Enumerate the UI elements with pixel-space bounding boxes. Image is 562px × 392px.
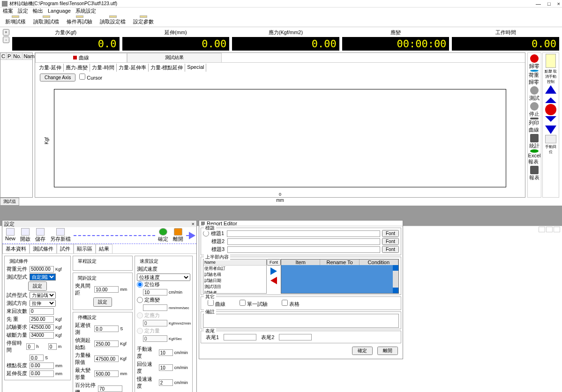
tab-results[interactable]: 測試結果 (127, 53, 222, 62)
subtab-2[interactable]: 力量-時間 (90, 64, 117, 72)
remove-field-button[interactable] (270, 277, 277, 284)
ro-strain-label: 應變 (342, 29, 450, 37)
title3-input[interactable] (227, 246, 380, 253)
tb-retest[interactable]: 條件再試驗 (63, 15, 96, 26)
menu-settings[interactable]: 設定 (18, 7, 28, 15)
dlg1-save[interactable]: 儲存 (33, 228, 47, 243)
load-zero-button[interactable]: 荷重歸零 (529, 70, 540, 86)
subtab-5[interactable]: Special (185, 64, 206, 72)
dlg1-tab-3[interactable]: 顯示區 (74, 244, 96, 253)
req-input[interactable] (30, 324, 54, 331)
dlg1-saveas[interactable]: 另存新檔 (48, 228, 73, 243)
ro-ext-value: 0.00 (122, 37, 230, 51)
jog-down-fast-button[interactable] (545, 116, 556, 122)
app-icon (2, 1, 7, 7)
close-button[interactable]: × (557, 1, 560, 7)
dlg1-ok[interactable]: 確定 (156, 228, 170, 243)
ro-force-label: 力量(Kgf) (12, 29, 120, 37)
add-field-button[interactable] (270, 267, 277, 275)
settings-dialog: 設定× New 開啟 儲存 另存新檔 確定 離開 基本資料 測試條件 試件 顯示… (2, 220, 197, 392)
dlg1-tab-0[interactable]: 基本資料 (2, 244, 30, 253)
y-axis-label: Kgf (44, 137, 49, 144)
ro-time-value: 0.00 (452, 37, 559, 51)
spec-type-select[interactable]: 力量試驗 (30, 292, 56, 299)
print-button[interactable]: 列印曲線 (529, 118, 540, 133)
max-button[interactable]: □ (547, 1, 551, 7)
dlg1-tab-1[interactable]: 測試條件 (30, 244, 57, 253)
x-axis-label: mm (35, 198, 525, 203)
title2-input[interactable] (227, 238, 380, 245)
menu-file[interactable]: 檔案 (3, 7, 13, 15)
ro-stress-value: 0.00 (232, 37, 339, 51)
dlg2-ok-button[interactable]: 確定 (352, 347, 373, 355)
type-set-btn[interactable]: 設定 (28, 281, 47, 291)
available-fields-list[interactable]: Name 使用者自訂 試驗名稱 試驗日期 測試項目 試驗者 試驗速度 試驗溫度 (203, 259, 267, 294)
note-input[interactable] (203, 314, 399, 328)
jog-up-button[interactable] (545, 85, 556, 94)
menu-sys[interactable]: 系統設定 (75, 7, 96, 15)
subtab-3[interactable]: 力量-延伸率 (117, 64, 149, 72)
window-title: 材料試驗機(C:\Program files\TensonPC3\utf\123… (9, 0, 117, 7)
test-button[interactable]: 測試 (529, 86, 540, 102)
preload-input[interactable] (30, 316, 54, 323)
cursor-check[interactable]: Cursor (79, 74, 102, 81)
hand-icon[interactable] (546, 54, 556, 68)
dlg1-cancel[interactable]: 離開 (171, 228, 185, 243)
list-font-btn[interactable]: Font (267, 259, 281, 266)
change-axis-button[interactable]: Change Axis (40, 74, 75, 81)
strip-tab[interactable]: 測試值 (0, 198, 19, 206)
jog-down-button[interactable] (545, 126, 556, 134)
selected-fields-grid[interactable]: ItemRename ToCondition (281, 259, 399, 294)
foot1-input[interactable] (224, 334, 256, 340)
sample-list[interactable]: C P No. Name (0, 52, 33, 198)
dlg1-open[interactable]: 開啟 (18, 228, 32, 243)
menu-language[interactable]: Language (48, 8, 71, 14)
readout-minus[interactable]: - (3, 37, 9, 43)
min-button[interactable]: — (536, 1, 541, 7)
dlg1-title: 設定 (4, 221, 15, 228)
report-editor-dialog: Report Editor 標題 標題1Font 標題2Font 標題3Font… (199, 220, 403, 359)
tab-curve[interactable]: 曲線 (35, 53, 127, 62)
jog-up-fast-button[interactable] (545, 97, 556, 103)
subtab-1[interactable]: 應力-應變 (64, 64, 90, 72)
dlg2-cancel-button[interactable]: 離開 (377, 347, 398, 355)
tb-load-cfg[interactable]: 讀取設定檔 (97, 15, 129, 26)
report-button[interactable]: 報表 (529, 165, 540, 181)
load-cell-input[interactable] (30, 266, 54, 273)
tb-new-sample[interactable]: 新增試樣 (2, 15, 29, 26)
ro-time-label: 工作時間 (452, 29, 559, 37)
dir-select[interactable]: 拉伸 (30, 300, 56, 307)
zero-button[interactable]: 歸零 (529, 54, 540, 70)
dlg1-close[interactable]: × (192, 221, 195, 227)
manual-return-button[interactable] (545, 135, 556, 143)
scroll-up-icon[interactable] (393, 265, 398, 271)
break-input[interactable] (30, 332, 54, 339)
readout-plus[interactable]: + (3, 29, 9, 36)
scroll-down-icon[interactable] (393, 288, 398, 293)
font2-btn[interactable]: Font (382, 238, 399, 245)
font1-btn[interactable]: Font (382, 230, 399, 237)
calc-button[interactable]: 統計 (529, 133, 540, 149)
excel-button[interactable]: Excel報表 (529, 149, 540, 165)
plot-area: Kgf (54, 89, 506, 187)
stop-button[interactable]: 停止 (529, 102, 540, 118)
subtab-0[interactable]: 力量-延伸 (37, 64, 64, 72)
jog-stop-button[interactable] (545, 104, 556, 115)
tb-load-test[interactable]: 讀取測試檔 (30, 15, 62, 26)
test-type-select[interactable]: 自定測試 (30, 274, 56, 281)
dlg1-tab-2[interactable]: 試件 (57, 244, 74, 253)
loop-input[interactable] (30, 308, 54, 315)
ro-strain-value: 00:00:00 (342, 37, 450, 51)
menu-output[interactable]: 輸出 (33, 7, 43, 15)
title1-input[interactable] (227, 230, 380, 237)
subtab-4[interactable]: 力量-標點延伸 (149, 64, 186, 72)
ro-stress-label: 應力(Kgf/mm2) (232, 29, 339, 37)
dlg1-tab-4[interactable]: 結果 (96, 244, 112, 253)
tb-set-param[interactable]: 設定參數 (130, 15, 157, 26)
speed-mode-select[interactable]: 位移速度 (137, 274, 190, 281)
foot2-input[interactable] (279, 334, 312, 340)
font3-btn[interactable]: Font (382, 246, 399, 253)
ro-force-value: 0.0 (12, 37, 120, 51)
dlg1-new[interactable]: New (3, 228, 17, 243)
ro-ext-label: 延伸(mm) (122, 29, 230, 37)
